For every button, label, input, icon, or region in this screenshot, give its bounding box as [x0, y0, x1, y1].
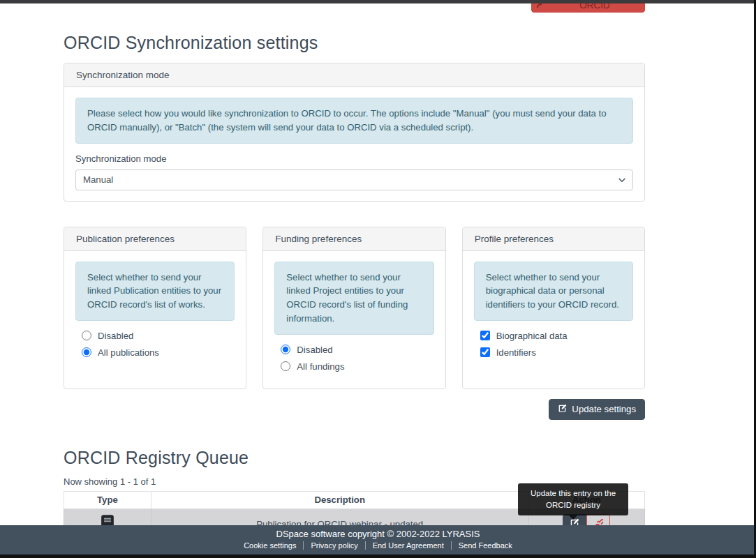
- sync-mode-select[interactable]: Manual: [75, 169, 633, 190]
- publication-pref-option-all[interactable]: All publications: [82, 347, 235, 358]
- tooltip-arrow: [569, 515, 577, 520]
- column-header-type: Type: [64, 491, 151, 508]
- page-footer: DSpace software copyright © 2002-2022 LY…: [0, 525, 756, 555]
- funding-disabled-radio[interactable]: [281, 345, 290, 354]
- publication-pref-option-disabled[interactable]: Disabled: [82, 331, 235, 341]
- funding-preferences-info-alert: Select whether to send your linked Proje…: [274, 262, 433, 335]
- registry-queue-title: ORCID Registry Queue: [64, 448, 645, 468]
- funding-pref-option-all[interactable]: All fundings: [281, 361, 433, 372]
- profile-pref-option-identifiers[interactable]: Identifiers: [480, 347, 633, 358]
- page-title: ORCID Synchronization settings: [64, 33, 645, 53]
- option-label: Identifiers: [496, 347, 536, 358]
- profile-preferences-header: Profile preferences: [463, 227, 644, 251]
- footer-link-send-feedback[interactable]: Send Feedback: [452, 541, 519, 550]
- column-header-description: Description: [151, 491, 528, 508]
- bottom-edge-strip: [0, 555, 756, 558]
- update-settings-button[interactable]: Update settings: [549, 399, 645, 420]
- funding-preferences-panel: Funding preferences Select whether to se…: [262, 227, 445, 389]
- funding-preferences-header: Funding preferences: [263, 227, 445, 251]
- sync-mode-panel-header: Synchronization mode: [64, 63, 644, 87]
- copyright-text: DSpace software copyright © 2002-2022 LY…: [0, 529, 756, 540]
- publication-preferences-header: Publication preferences: [64, 227, 246, 251]
- biographical-data-checkbox[interactable]: [480, 331, 490, 340]
- profile-preferences-panel: Profile preferences Select whether to se…: [462, 227, 645, 389]
- publication-all-radio[interactable]: [82, 347, 91, 357]
- option-label: All publications: [98, 347, 159, 358]
- sync-mode-info-alert: Please select how you would like synchro…: [75, 98, 633, 144]
- publication-preferences-info-alert: Select whether to send your linked Publi…: [75, 262, 235, 321]
- edit-square-icon: [558, 404, 567, 415]
- update-settings-label: Update settings: [572, 404, 636, 414]
- funding-all-radio[interactable]: [281, 361, 290, 371]
- profile-preferences-info-alert: Select whether to send your biographical…: [474, 262, 633, 321]
- footer-link-end-user-agreement[interactable]: End User Agreement: [366, 541, 452, 550]
- browser-top-bar: [0, 0, 756, 3]
- sync-mode-panel: Synchronization mode Please select how y…: [64, 63, 645, 202]
- option-label: Disabled: [98, 331, 133, 341]
- option-label: Biographical data: [496, 331, 568, 341]
- sync-mode-label: Synchronization mode: [75, 153, 633, 164]
- update-entry-tooltip: Update this entry on the ORCID registry: [518, 483, 628, 516]
- main-content: ORCID Synchronization settings Synchroni…: [64, 3, 645, 541]
- footer-link-cookie-settings[interactable]: Cookie settings: [237, 541, 304, 550]
- footer-links: Cookie settings Privacy policy End User …: [0, 541, 756, 550]
- identifiers-checkbox[interactable]: [480, 347, 490, 357]
- publication-disabled-radio[interactable]: [82, 331, 91, 340]
- option-label: All fundings: [297, 361, 344, 372]
- footer-link-privacy-policy[interactable]: Privacy policy: [304, 541, 365, 550]
- option-label: Disabled: [297, 345, 332, 355]
- publication-preferences-panel: Publication preferences Select whether t…: [64, 227, 246, 389]
- funding-pref-option-disabled[interactable]: Disabled: [281, 345, 433, 355]
- profile-pref-option-biographical[interactable]: Biographical data: [480, 331, 633, 341]
